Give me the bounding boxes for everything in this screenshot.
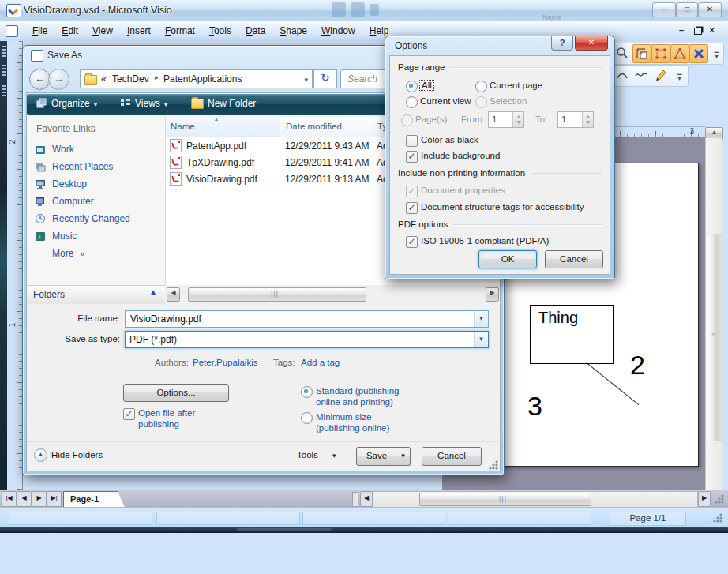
column-header-name[interactable]: Name ▴ [166, 117, 280, 137]
back-button[interactable]: ← [29, 69, 51, 90]
hscroll-right-button[interactable]: ▶ [698, 491, 711, 507]
sidebar-item-recently-changed[interactable]: Recently Changed [35, 210, 130, 227]
current-page-label[interactable]: Current page [490, 81, 542, 90]
dialog-resize-grip-icon[interactable] [489, 460, 498, 470]
save-type-dropdown-icon[interactable]: ▾ [474, 332, 488, 347]
forward-button[interactable]: → [48, 69, 69, 90]
window-close-button[interactable]: ✕ [698, 2, 722, 17]
tools-button[interactable]: Tools [297, 450, 318, 460]
color-as-black-checkbox[interactable] [406, 135, 418, 147]
organize-button[interactable]: Organize [36, 98, 97, 109]
minimum-size-radio[interactable] [301, 412, 313, 424]
tools-caret-icon[interactable] [332, 449, 336, 460]
breadcrumb-item-patentapplications[interactable]: PatentApplications [163, 73, 242, 84]
thing-shape[interactable]: Thing [530, 305, 614, 364]
document-tags-checkbox[interactable] [406, 202, 418, 214]
include-background-label[interactable]: Include background [421, 151, 500, 160]
options-help-button[interactable]: ? [551, 36, 573, 51]
list-hscroll-right-button[interactable]: ▶ [486, 287, 499, 302]
current-page-radio[interactable] [475, 81, 487, 92]
window-maximize-button[interactable]: □ [676, 2, 698, 17]
options-cancel-button[interactable]: Cancel [545, 250, 603, 268]
list-hscroll-left-button[interactable]: ◀ [167, 287, 180, 302]
authors-value-link[interactable]: Peter.Pupalaikis [193, 358, 257, 367]
open-file-after-checkbox[interactable] [123, 408, 135, 420]
last-page-button[interactable]: ▶| [47, 491, 62, 507]
sidebar-item-computer[interactable]: Computer [35, 193, 94, 210]
tab-splitter[interactable] [352, 492, 358, 507]
toolbar-grip[interactable] [2, 85, 6, 98]
file-name-dropdown-icon[interactable]: ▾ [474, 311, 488, 327]
save-type-combo[interactable]: PDF (*.pdf) ▾ [125, 331, 489, 348]
menu-tools[interactable]: Tools [202, 21, 238, 39]
ok-button[interactable]: OK [478, 250, 537, 268]
standard-radio-label[interactable]: Standard (publishing online and printing… [316, 385, 415, 408]
toolbar-grip[interactable] [2, 46, 6, 58]
new-folder-button[interactable]: New Folder [191, 98, 256, 109]
toolbar-overflow-icon[interactable]: ▁▾ [712, 46, 721, 62]
pdf-options-button[interactable]: Options... [123, 384, 229, 402]
first-page-button[interactable]: |◀ [2, 491, 17, 507]
window-resize-grip-icon[interactable] [713, 513, 722, 523]
menu-view[interactable]: View [85, 21, 120, 39]
hide-folders-icon[interactable]: ▲ [34, 448, 47, 462]
hscroll-left-button[interactable]: ◀ [360, 491, 373, 507]
views-button[interactable]: Views [120, 98, 167, 109]
color-as-black-label[interactable]: Color as black [421, 135, 478, 144]
sidebar-item-recent-places[interactable]: Recent Places [35, 158, 113, 175]
refresh-button[interactable]: ↻ [313, 69, 337, 88]
sidebar-item-desktop[interactable]: Desktop [35, 175, 87, 193]
standard-radio[interactable] [301, 386, 313, 398]
hscrollbar-thumb[interactable]: ||| [419, 493, 591, 506]
next-page-button[interactable]: ▶ [32, 491, 47, 507]
pencil-tool-icon[interactable] [651, 66, 669, 84]
vscrollbar-thumb[interactable]: ≡ [707, 234, 722, 441]
file-name-combo[interactable]: ▾ [125, 310, 489, 328]
menu-file[interactable]: File [25, 21, 54, 39]
iso-compliant-label[interactable]: ISO 19005-1 compliant (PDF/A) [421, 236, 549, 246]
snap-glue-tool-icon[interactable] [632, 44, 651, 63]
shape-vertex-tool-icon[interactable] [670, 44, 689, 63]
connection-point-tool-icon[interactable] [689, 44, 708, 63]
breadcrumb[interactable]: « TechDev ▸ PatentApplications ▾ [80, 69, 313, 88]
menu-format[interactable]: Format [158, 21, 202, 39]
toolbar-overflow-icon[interactable]: ▁▾ [675, 68, 684, 84]
toolbar-grip[interactable] [2, 65, 6, 77]
file-name-input[interactable] [129, 313, 463, 325]
freeform-tool-icon[interactable] [632, 66, 650, 84]
current-view-radio[interactable] [406, 96, 418, 108]
doc-minimize-icon[interactable]: – [679, 25, 684, 35]
menu-shape[interactable]: Shape [272, 21, 314, 39]
list-hscrollbar-thumb[interactable]: ||| [188, 287, 366, 302]
doc-close-icon[interactable]: ✕ [708, 25, 715, 36]
sidebar-item-music[interactable]: ♪ Music [35, 227, 77, 245]
save-split-caret-icon[interactable]: ▾ [396, 447, 411, 466]
breadcrumb-dropdown-caret-icon[interactable]: ▾ [304, 76, 308, 84]
arc-tool-icon[interactable] [614, 66, 631, 84]
current-view-label[interactable]: Current view [420, 96, 471, 106]
open-file-after-label[interactable]: Open file after publishing [138, 407, 233, 430]
hscrollbar-track[interactable]: ||| [373, 491, 698, 508]
sidebar-item-work[interactable]: Work [35, 141, 74, 158]
save-button[interactable]: Save [356, 447, 397, 466]
doc-restore-icon[interactable] [694, 28, 702, 35]
minimum-size-radio-label[interactable]: Minimum size (publishing online) [316, 411, 415, 434]
zoom-tool-icon[interactable] [614, 44, 631, 62]
include-background-checkbox[interactable] [406, 151, 418, 163]
vscrollbar-track[interactable]: ≡ [705, 138, 722, 520]
breadcrumb-item-techdev[interactable]: TechDev [112, 73, 149, 84]
window-minimize-button[interactable]: – [652, 2, 676, 17]
options-close-button[interactable]: ✕ [575, 36, 608, 51]
menu-data[interactable]: Data [238, 21, 272, 39]
hide-folders-button[interactable]: Hide Folders [51, 450, 103, 460]
prev-page-button[interactable]: ◀ [17, 491, 32, 507]
list-hscrollbar[interactable]: ◀ ||| ▶ [166, 287, 500, 301]
document-tags-label[interactable]: Document structure tags for accessibilit… [421, 202, 584, 212]
menu-window[interactable]: Window [314, 21, 362, 39]
cancel-button[interactable]: Cancel [422, 447, 482, 466]
range-all-label[interactable]: All [420, 81, 433, 90]
menu-insert[interactable]: Insert [120, 21, 158, 39]
add-tag-link[interactable]: Add a tag [301, 358, 340, 367]
iso-compliant-checkbox[interactable] [406, 236, 418, 248]
range-all-radio[interactable] [406, 81, 418, 92]
